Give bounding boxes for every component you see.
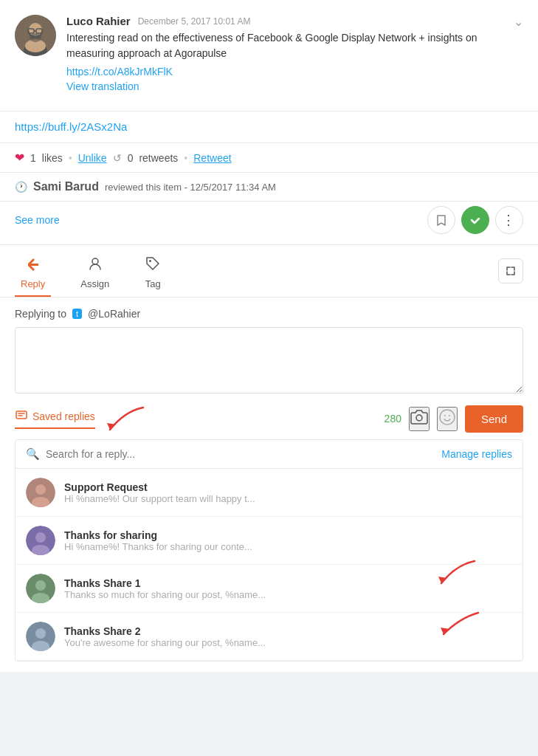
post-date: December 5, 2017 10:01 AM [138, 16, 251, 27]
reply-text-1: Thanks for sharing Hi %name%! Thanks for… [64, 529, 512, 552]
svg-point-24 [35, 580, 46, 591]
reply-title-1: Thanks for sharing [64, 529, 512, 541]
reply-text-0: Support Request Hi %name%! Our support t… [64, 481, 512, 504]
svg-point-8 [30, 33, 41, 42]
retweets-label: retweets [139, 152, 178, 164]
reply-section: Replying to t @LoRahier Saved replies [0, 298, 538, 672]
reply-avatar-2 [26, 574, 55, 603]
saved-replies-label: Saved replies [32, 410, 95, 422]
post-external-link[interactable]: https://t.co/A8kJrMkFlK [66, 66, 514, 78]
view-translation-link[interactable]: View translation [66, 80, 514, 92]
saved-replies-icon [15, 408, 28, 425]
retweet-icon: ↺ [113, 152, 122, 164]
buff-link[interactable]: https://buff.ly/2ASx2Na [15, 120, 127, 133]
svg-point-14 [440, 410, 455, 425]
clock-icon: 🕐 [15, 181, 27, 193]
actions-row: See more ⋮ [0, 202, 538, 244]
send-button[interactable]: Send [465, 405, 523, 433]
tab-reply[interactable]: Reply [15, 245, 51, 297]
reply-textarea[interactable] [15, 327, 523, 394]
reply-avatar-3 [26, 622, 55, 651]
tab-reply-label: Reply [21, 278, 45, 289]
retweets-count: 0 [128, 152, 134, 164]
likes-label: likes [42, 152, 63, 164]
svg-rect-11 [16, 411, 27, 419]
search-icon: 🔍 [26, 447, 40, 461]
reply-title-0: Support Request [64, 481, 512, 493]
reply-preview-0: Hi %name%! Our support team will happy t… [64, 493, 512, 504]
assign-tab-icon [87, 255, 103, 275]
post-content: Interesting read on the effectiveness of… [66, 30, 514, 61]
reply-preview-1: Hi %name%! Thanks for sharing our conte.… [64, 541, 512, 552]
replying-to-row: Replying to t @LoRahier [15, 308, 523, 320]
svg-point-28 [35, 628, 46, 639]
search-left: 🔍 [26, 447, 193, 461]
svg-point-10 [149, 260, 151, 262]
reply-list: Support Request Hi %name%! Our support t… [15, 469, 523, 661]
svg-point-16 [449, 415, 450, 416]
author-name: Luco Rahier [66, 15, 131, 27]
char-count: 280 [384, 413, 401, 425]
likes-section: ❤ 1 likes • Unlike ↺ 0 retweets • Retwee… [0, 143, 538, 173]
reviewer-name: Sami Barud [33, 180, 99, 193]
search-row: 🔍 Manage replies [15, 440, 523, 469]
tab-assign-label: Assign [80, 278, 109, 289]
svg-point-13 [416, 415, 422, 421]
complete-button[interactable] [461, 206, 489, 234]
reply-avatar-1 [26, 526, 55, 555]
heart-icon: ❤ [15, 151, 24, 165]
svg-point-9 [92, 258, 98, 264]
unlike-link[interactable]: Unlike [78, 152, 107, 164]
chevron-down-icon[interactable]: ⌄ [514, 15, 523, 29]
mention-handle: @LoRahier [88, 308, 140, 320]
tag-tab-icon [145, 255, 161, 275]
tab-assign[interactable]: Assign [75, 245, 115, 297]
manage-replies-link[interactable]: Manage replies [441, 448, 512, 460]
reply-item-3[interactable]: Thanks Share 2 You're awesome for sharin… [15, 613, 523, 661]
red-arrow-annotation-2 [427, 557, 478, 587]
tab-tag-label: Tag [145, 278, 161, 289]
red-arrow-annotation-3 [430, 609, 482, 639]
reply-tab-icon [25, 255, 41, 275]
more-options-button[interactable]: ⋮ [495, 206, 523, 234]
reply-preview-2: Thanks so much for sharing our post, %na… [64, 589, 512, 600]
saved-replies-button[interactable]: Saved replies [15, 408, 95, 429]
separator-1: • [69, 152, 72, 164]
review-bar: 🕐 Sami Barud reviewed this item - 12/5/2… [0, 173, 538, 202]
camera-button[interactable] [409, 407, 430, 431]
tab-bar: Reply Assign Tag [0, 244, 538, 298]
reply-avatar-0 [26, 478, 55, 507]
svg-point-21 [35, 532, 46, 543]
reply-item-0[interactable]: Support Request Hi %name%! Our support t… [15, 469, 523, 517]
red-arrow-annotation-1 [103, 404, 147, 433]
search-input[interactable] [46, 448, 193, 460]
saved-replies-dropdown: 🔍 Manage replies Suppo [15, 439, 523, 662]
expand-button[interactable] [498, 258, 523, 284]
svg-point-15 [444, 415, 446, 416]
see-more-link[interactable]: See more [15, 214, 60, 226]
twitter-badge: t [72, 309, 82, 319]
replying-to-label: Replying to [15, 308, 66, 320]
emoji-button[interactable] [437, 407, 458, 431]
separator-2: • [184, 152, 187, 164]
retweet-link[interactable]: Retweet [193, 152, 231, 164]
reply-item-2[interactable]: Thanks Share 1 Thanks so much for sharin… [15, 565, 523, 613]
buff-link-section: https://buff.ly/2ASx2Na [0, 111, 538, 143]
likes-count: 1 [30, 152, 36, 164]
author-avatar [15, 15, 56, 56]
review-text: reviewed this item - 12/5/2017 11:34 AM [105, 182, 276, 193]
bookmark-button[interactable] [427, 206, 455, 234]
tab-tag[interactable]: Tag [139, 245, 167, 297]
action-buttons: ⋮ [427, 206, 523, 234]
svg-point-18 [35, 484, 46, 495]
